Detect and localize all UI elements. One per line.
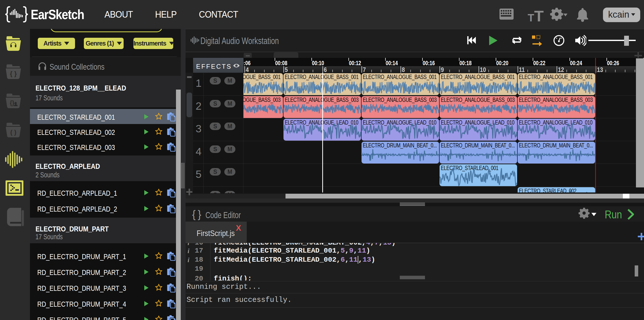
- svg-text:{ }: { }: [10, 70, 17, 77]
- svg-text:( ): ( ): [10, 129, 17, 136]
- svg-text:{}: {}: [10, 100, 14, 106]
